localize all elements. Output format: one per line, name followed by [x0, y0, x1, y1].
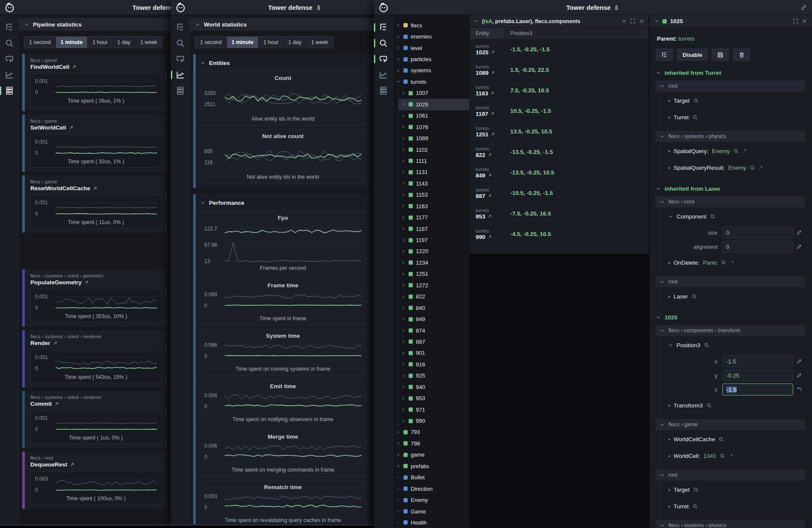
sidebar-tab-chart[interactable] — [5, 70, 14, 80]
time-range-tab[interactable]: 1 day — [113, 37, 136, 48]
tree-expand-icon[interactable] — [401, 351, 406, 355]
magnifier-icon[interactable] — [693, 487, 699, 493]
tree-item-1234[interactable]: 1234 — [399, 257, 469, 268]
tree-item-1251[interactable]: 1251 — [399, 268, 469, 280]
tree-item-1272[interactable]: 1272 — [399, 280, 469, 291]
tree-item-1111[interactable]: 1111 — [399, 155, 469, 166]
tree-expand-icon[interactable] — [401, 272, 406, 276]
group-header[interactable]: flecs › core — [656, 196, 805, 207]
tree-item-990[interactable]: 990 — [399, 415, 469, 426]
entity-id-link[interactable]: 1163 — [476, 90, 504, 97]
tree-item-901[interactable]: 901 — [399, 348, 469, 359]
sidebar-tab-chart[interactable] — [176, 70, 185, 80]
tree-expand-icon[interactable] — [401, 181, 406, 186]
magnifier-icon[interactable] — [692, 504, 698, 509]
sidebar-tab-inspector[interactable] — [5, 54, 14, 64]
time-range-tab[interactable]: 1 minute — [56, 37, 88, 48]
tree-expand-icon[interactable] — [401, 227, 406, 231]
tree-expand-icon[interactable] — [401, 328, 406, 333]
column-header-position3[interactable]: Position3 — [504, 28, 532, 38]
tree-item-Game[interactable]: Game — [393, 506, 469, 517]
time-range-tab[interactable]: 1 minute — [227, 37, 259, 48]
tree-expand-icon[interactable] — [401, 339, 406, 344]
tree-expand-icon[interactable] — [396, 464, 400, 468]
tree-item-849[interactable]: 849 — [399, 313, 469, 324]
field-input-size[interactable]: 0 — [722, 227, 793, 239]
tree-item-1177[interactable]: 1177 — [399, 212, 469, 223]
tree-expand-icon[interactable] — [396, 57, 400, 62]
tree-expand-icon[interactable] — [401, 419, 406, 423]
time-range-tab[interactable]: 1 second — [195, 37, 227, 48]
magnifier-icon[interactable] — [718, 437, 724, 442]
section-header[interactable]: Entities — [200, 60, 366, 66]
panel-header-world-statistics[interactable]: World statistics — [190, 18, 374, 31]
tree-expand-icon[interactable] — [401, 374, 406, 378]
tree-item-916[interactable]: 916 — [399, 359, 469, 370]
magnifier-icon[interactable] — [693, 98, 699, 103]
tree-item-1153[interactable]: 1153 — [399, 189, 469, 201]
tree-item-940[interactable]: 940 — [399, 381, 469, 392]
section-title-inheritedfromTurret[interactable]: inherited from Turret — [656, 70, 805, 76]
parent-link[interactable]: turrets — [678, 35, 694, 42]
tree-item-prefabs[interactable]: prefabs — [393, 460, 469, 472]
tree-expand-icon[interactable] — [401, 306, 406, 310]
entity-id-link[interactable]: 822 — [476, 152, 504, 158]
edit-button[interactable] — [793, 372, 805, 378]
tree-expand-icon[interactable] — [401, 125, 406, 129]
tree-item-enemies[interactable]: enemies — [393, 31, 469, 42]
time-range-tab[interactable]: 1 second — [24, 37, 56, 48]
tree-expand-icon[interactable] — [401, 407, 406, 412]
time-range-tab[interactable]: 1 day — [284, 37, 307, 48]
entity-id-link[interactable]: 887 — [476, 193, 504, 199]
sidebar-tab-search[interactable] — [176, 38, 185, 48]
entity-id-link[interactable]: 990 — [476, 234, 504, 240]
tree-item-798[interactable]: 798 — [393, 438, 469, 449]
tree-item-turrets[interactable]: turrets — [393, 76, 469, 87]
tree-expand-icon[interactable] — [401, 159, 406, 163]
tree-item-1131[interactable]: 1131 — [399, 167, 469, 178]
chevron-down-icon[interactable] — [654, 19, 659, 24]
query-expression[interactable]: (IsA, prefabs.Laser), flecs.components — [482, 18, 618, 24]
sidebar-tab-inspector[interactable] — [379, 54, 388, 64]
tree-item-887[interactable]: 887 — [399, 336, 469, 347]
tree-expand-icon[interactable] — [401, 260, 406, 265]
chevron-down-icon[interactable] — [474, 19, 479, 24]
field-input-x[interactable]: -1.5 — [722, 355, 793, 367]
entity-id-link[interactable]: 953 — [476, 213, 504, 220]
time-range-tab[interactable]: 1 hour — [259, 37, 283, 48]
sidebar-tab-search[interactable] — [379, 38, 388, 48]
item-value-link[interactable]: Panic — [703, 260, 718, 266]
disable-button[interactable]: Disable — [677, 48, 708, 61]
tree-expand-icon[interactable] — [401, 114, 406, 118]
group-header[interactable]: root — [656, 469, 805, 481]
magnifier-icon[interactable] — [733, 148, 739, 154]
group-header[interactable]: flecs › components › transform — [656, 325, 805, 336]
column-header-entity[interactable]: Entity — [470, 28, 504, 38]
sidebar-tab-stats[interactable] — [379, 86, 388, 95]
expand-panel-icon[interactable] — [630, 18, 635, 24]
tree-expand-icon[interactable] — [401, 283, 406, 287]
save-button[interactable] — [712, 48, 729, 61]
time-range-tab[interactable]: 1 hour — [88, 37, 112, 48]
tree-expand-icon[interactable] — [396, 80, 400, 84]
system-name-link[interactable]: DequeueRest — [30, 461, 162, 468]
sidebar-tab-stats[interactable] — [5, 86, 14, 95]
tree-expand-icon[interactable] — [401, 193, 406, 197]
tree-item-1089[interactable]: 1089 — [399, 133, 469, 144]
tree-expand-icon[interactable] — [396, 35, 400, 39]
tree-expand-icon[interactable] — [396, 441, 400, 445]
tree-expand-icon[interactable] — [401, 295, 406, 299]
tree-item-particles[interactable]: particles — [393, 53, 469, 65]
tree-expand-icon[interactable] — [396, 430, 400, 434]
show-in-tree-button[interactable] — [656, 48, 673, 61]
entity-id-link[interactable]: 849 — [476, 172, 504, 179]
system-name-link[interactable]: SetWorldCell — [30, 124, 162, 131]
tree-item-822[interactable]: 822 — [399, 291, 469, 302]
sidebar-tab-search[interactable] — [5, 38, 14, 48]
group-header[interactable]: flecs › systems › physics — [656, 131, 805, 142]
panel-header-pipeline-statistics[interactable]: Pipeline statistics — [19, 18, 171, 31]
time-range-tab[interactable]: 1 week — [306, 37, 333, 48]
tree-item-971[interactable]: 971 — [399, 404, 469, 415]
group-header[interactable]: flecs › game — [656, 419, 805, 430]
edit-button[interactable] — [793, 230, 805, 236]
